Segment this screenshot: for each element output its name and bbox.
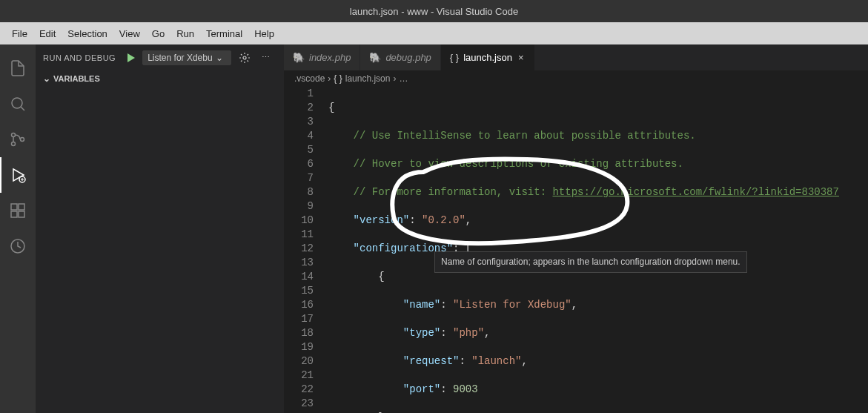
php-icon: 🐘 bbox=[293, 52, 305, 63]
menu-go[interactable]: Go bbox=[146, 25, 170, 42]
line-numbers: 123 456 789 101112 131415 161718 192021 … bbox=[284, 87, 328, 413]
json-icon: { } bbox=[334, 73, 342, 84]
breadcrumb-file[interactable]: launch.json bbox=[345, 73, 391, 84]
window-title: launch.json - www - Visual Studio Code bbox=[350, 6, 518, 17]
menu-selection[interactable]: Selection bbox=[62, 25, 113, 42]
debug-header: RUN AND DEBUG Listen for Xdebu ⌄ ⋯ bbox=[36, 44, 284, 70]
sidebar-title: RUN AND DEBUG bbox=[43, 53, 116, 62]
breadcrumb[interactable]: .vscode › { } launch.json › … bbox=[284, 70, 868, 87]
source-control-icon[interactable] bbox=[0, 122, 36, 157]
menu-view[interactable]: View bbox=[113, 25, 146, 42]
chevron-right-icon: › bbox=[393, 73, 396, 84]
tab-label: index.php bbox=[309, 52, 351, 63]
editor: 🐘 index.php 🐘 debug.php { } launch.json … bbox=[284, 44, 868, 413]
debug-config-label: Listen for Xdebu bbox=[148, 53, 212, 63]
chevron-down-icon: ⌄ bbox=[216, 53, 223, 63]
sidebar: RUN AND DEBUG Listen for Xdebu ⌄ ⋯ ⌄ VAR… bbox=[36, 44, 284, 413]
search-icon[interactable] bbox=[0, 86, 36, 122]
code-area[interactable]: 123 456 789 101112 131415 161718 192021 … bbox=[284, 87, 868, 413]
svg-point-2 bbox=[12, 133, 16, 137]
debug-config-select[interactable]: Listen for Xdebu ⌄ bbox=[142, 50, 231, 65]
gear-icon[interactable] bbox=[237, 50, 252, 65]
svg-point-0 bbox=[12, 98, 22, 108]
code-content[interactable]: { // Use IntelliSense to learn about pos… bbox=[328, 87, 868, 413]
php-icon: 🐘 bbox=[369, 52, 381, 63]
menu-help[interactable]: Help bbox=[248, 25, 280, 42]
activitybar bbox=[0, 44, 36, 413]
breadcrumb-rest[interactable]: … bbox=[399, 73, 408, 84]
menu-edit[interactable]: Edit bbox=[33, 25, 62, 42]
svg-point-4 bbox=[21, 138, 24, 142]
svg-rect-9 bbox=[19, 211, 24, 217]
svg-point-12 bbox=[243, 56, 246, 59]
breadcrumb-folder[interactable]: .vscode bbox=[294, 73, 325, 84]
hover-tooltip: Name of configuration; appears in the la… bbox=[434, 251, 747, 273]
variables-label: VARIABLES bbox=[53, 74, 100, 83]
svg-rect-10 bbox=[19, 204, 24, 210]
tab-launch-json[interactable]: { } launch.json × bbox=[441, 44, 535, 70]
chevron-right-icon: › bbox=[328, 73, 331, 84]
tab-debug-php[interactable]: 🐘 debug.php bbox=[360, 44, 440, 70]
menu-terminal[interactable]: Terminal bbox=[200, 25, 248, 42]
start-debug-button[interactable] bbox=[125, 52, 136, 64]
variables-panel: ⌄ VARIABLES bbox=[36, 70, 284, 87]
menu-file[interactable]: File bbox=[6, 25, 33, 42]
menu-run[interactable]: Run bbox=[170, 25, 200, 42]
svg-point-3 bbox=[12, 142, 16, 146]
run-debug-icon[interactable] bbox=[0, 157, 36, 193]
more-icon[interactable]: ⋯ bbox=[258, 50, 273, 65]
titlebar: launch.json - www - Visual Studio Code bbox=[0, 0, 868, 22]
svg-rect-7 bbox=[11, 204, 17, 210]
chevron-down-icon: ⌄ bbox=[43, 73, 50, 84]
explorer-icon[interactable] bbox=[0, 50, 36, 86]
close-icon[interactable]: × bbox=[517, 52, 526, 63]
menubar: File Edit Selection View Go Run Terminal… bbox=[0, 22, 868, 44]
tab-index-php[interactable]: 🐘 index.php bbox=[284, 44, 360, 70]
extensions-icon[interactable] bbox=[0, 193, 36, 228]
variables-header[interactable]: ⌄ VARIABLES bbox=[36, 70, 284, 87]
svg-line-1 bbox=[21, 107, 24, 110]
tabbar: 🐘 index.php 🐘 debug.php { } launch.json … bbox=[284, 44, 868, 70]
svg-rect-8 bbox=[11, 211, 17, 217]
tab-label: launch.json bbox=[463, 52, 512, 63]
tab-label: debug.php bbox=[385, 52, 431, 63]
remote-icon[interactable] bbox=[0, 228, 36, 264]
json-icon: { } bbox=[450, 52, 459, 63]
